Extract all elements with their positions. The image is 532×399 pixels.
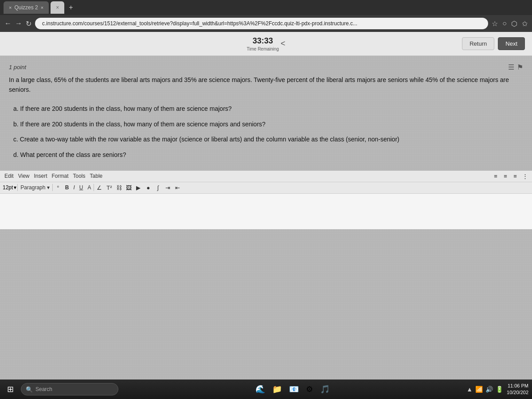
question-part-b: b. If there are 200 students in the clas… [13,117,523,131]
editor-menu-table[interactable]: Table [88,172,105,180]
link-icon[interactable]: ⛓ [114,184,123,192]
bold-button[interactable]: B [63,184,71,192]
circle-format-icon[interactable]: ° [54,184,63,192]
taskbar-clock[interactable]: 11:06 PM 10/20/202 [507,383,528,396]
taskbar-search-text: Search [35,386,52,392]
header-buttons: Return Next [462,37,525,50]
next-button[interactable]: Next [498,37,525,50]
question-parts: a. If there are 200 students in the clas… [9,102,523,162]
timer-collapse-button[interactable]: < [281,39,286,48]
question-part-d: d. What percent of the class are seniors… [13,148,523,162]
outdent-icon[interactable]: ⇤ [173,184,182,192]
browser-tab-quizzes[interactable]: × Quizzes 2 × [4,1,49,14]
tab-label-quizzes: Quizzes 2 [14,4,38,11]
taskbar-systray: ▲ 📶 🔊 🔋 [466,386,503,393]
editor-menu-bar: Edit View Insert Format Tools Table ≡ ≡ … [0,171,532,182]
taskbar-app-folder[interactable]: 📁 [270,383,284,396]
editor-menu-insert[interactable]: Insert [32,172,49,180]
editor-format-bar: 12pt ▾ Paragraph ▾ ° B I U A [0,182,532,194]
add-tab-button[interactable]: + [66,4,75,12]
text-size-icon[interactable]: T² [105,184,113,192]
tab-close-prev[interactable]: × [9,5,12,10]
question-part-a: a. If there are 200 students in the clas… [13,102,523,116]
timer-label: Time Remaining [247,47,279,51]
question-part-c: c. Create a two-way table with the row v… [13,133,523,146]
editor-menu-edit[interactable]: Edit [3,172,16,180]
tray-wifi-icon[interactable]: 📶 [475,386,483,393]
editor-menu-view[interactable]: View [16,172,31,180]
question-body: In a large class, 65% of the students ar… [9,75,523,95]
editor-align-icon2[interactable]: ≡ [501,172,510,180]
quiz-header: 33:33 Time Remaining < Return Next [0,32,532,56]
strikethrough-button[interactable]: A [86,184,93,192]
profile-icon[interactable]: ○ [502,20,507,27]
equation-icon[interactable]: ∫ [153,184,162,192]
timer-section: 33:33 Time Remaining [247,36,279,51]
font-size-selector[interactable]: 12pt ▾ [3,184,16,191]
italic-button[interactable]: I [71,184,76,192]
taskbar-search-icon: 🔍 [26,386,33,393]
taskbar-app-settings[interactable]: ⚙ [304,383,315,396]
indent-icon[interactable]: ⇥ [163,184,172,192]
nav-back-icon[interactable]: ← [4,20,12,27]
bookmark-question-icon[interactable]: ☰ [508,63,514,71]
font-size-value: 12pt [3,184,13,191]
tray-expand-icon[interactable]: ▲ [466,386,473,393]
bookmark-icon[interactable]: ☆ [492,20,498,28]
tab-close-quizzes[interactable]: × [41,5,43,10]
underline-button[interactable]: U [78,184,85,192]
favorites-icon[interactable]: ✩ [522,20,528,28]
answer-text-area[interactable] [0,194,532,229]
record-icon[interactable]: ● [144,184,153,192]
start-button[interactable]: ⊞ [4,383,17,396]
browser-tab-active[interactable]: × [51,1,64,14]
editor-menu-format[interactable]: Format [50,172,70,180]
paragraph-selector[interactable]: Paragraph ▾ [19,184,51,192]
nav-forward-icon[interactable]: → [15,20,22,27]
extensions-icon[interactable]: ⬡ [511,20,517,28]
tab-label-active: × [56,4,59,11]
taskbar-time-display: 11:06 PM [507,383,528,389]
question-meta: 1 point ☰ ⚑ [9,63,523,71]
question-icons: ☰ ⚑ [508,63,523,71]
taskbar-app-music[interactable]: 🎵 [318,383,332,396]
font-size-arrow: ▾ [14,184,16,191]
tray-battery-icon[interactable]: 🔋 [496,386,503,393]
editor-align-icon[interactable]: ≡ [491,172,500,180]
start-icon: ⊞ [7,385,14,394]
font-color-icon[interactable]: ∠ [95,184,104,192]
points-label: 1 point [9,64,26,70]
question-body-text: In a large class, 65% of the students ar… [9,76,509,93]
address-bar-input[interactable] [35,18,488,29]
taskbar-date-display: 10/20/202 [507,389,528,396]
editor-menu-tools[interactable]: Tools [71,172,87,180]
taskbar-app-mail[interactable]: 📧 [287,383,301,396]
media-icon[interactable]: ▶ [134,184,143,192]
taskbar-search-bar[interactable]: 🔍 Search [21,383,118,395]
taskbar: ⊞ 🔍 Search 🌊 📁 📧 ⚙ 🎵 ▲ 📶 🔊 🔋 11:06 PM 10… [0,379,532,399]
taskbar-app-wave[interactable]: 🌊 [254,383,267,396]
image-icon[interactable]: 🖼 [124,184,133,192]
tray-volume-icon[interactable]: 🔊 [485,386,493,393]
editor-align-icon3[interactable]: ≡ [511,172,520,180]
return-button[interactable]: Return [462,37,494,50]
timer-value: 33:33 [253,36,273,46]
nav-refresh-icon[interactable]: ↻ [26,20,31,28]
flag-question-icon[interactable]: ⚑ [517,63,523,71]
editor-more-icon[interactable]: ⋮ [520,172,529,180]
